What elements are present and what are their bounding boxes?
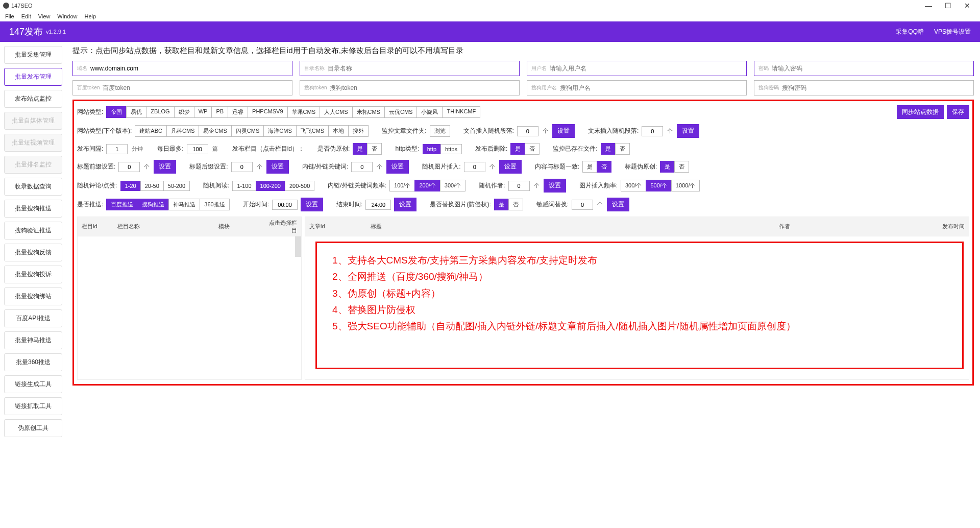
- site-type-12[interactable]: 小旋风: [416, 106, 443, 118]
- site-type-2[interactable]: ZBLOG: [146, 106, 174, 118]
- site-type-next-0[interactable]: 建站ABC: [135, 125, 167, 137]
- head-para-input[interactable]: [517, 126, 538, 136]
- sens-input[interactable]: [572, 200, 593, 210]
- linkkw-input[interactable]: [351, 162, 373, 172]
- sidebar-item-9[interactable]: 批量搜狗反馈: [4, 244, 62, 261]
- delafter-no[interactable]: 否: [525, 143, 540, 155]
- maximize-button[interactable]: ☐: [938, 2, 958, 10]
- end-set[interactable]: 设置: [394, 198, 416, 211]
- site-type-13[interactable]: THINKCMF: [442, 106, 480, 118]
- push-opt-3[interactable]: 360推送: [200, 199, 229, 210]
- site-type-next-2[interactable]: 易企CMS: [199, 125, 231, 137]
- sidebar-item-0[interactable]: 批量采集管理: [4, 46, 62, 64]
- pseudo-yes[interactable]: 是: [353, 143, 368, 155]
- input-dir[interactable]: [328, 65, 515, 72]
- end-time-input[interactable]: [365, 200, 391, 210]
- site-type-next-7[interactable]: 搜外: [348, 125, 369, 137]
- header-link-vps[interactable]: VPS拨号设置: [934, 28, 971, 36]
- site-type-11[interactable]: 云优CMS: [384, 106, 417, 118]
- start-set[interactable]: 设置: [301, 198, 323, 211]
- menu-file[interactable]: File: [2, 12, 17, 20]
- sidebar-item-2[interactable]: 发布站点监控: [4, 90, 62, 108]
- site-type-10[interactable]: 米拓CMS: [352, 106, 385, 118]
- read-opt-2[interactable]: 200-500: [285, 181, 314, 191]
- linkkw-set[interactable]: 设置: [386, 160, 409, 174]
- input-spass[interactable]: [782, 84, 969, 91]
- save-button[interactable]: 保存: [947, 105, 969, 119]
- push-opt-2[interactable]: 神马推送: [168, 199, 200, 210]
- sidebar-item-6[interactable]: 收录数据查询: [4, 178, 62, 196]
- freq-opt-1[interactable]: 200/个: [414, 180, 440, 191]
- titlepseudo-no[interactable]: 否: [674, 161, 689, 173]
- input-pass[interactable]: [772, 65, 969, 72]
- conttitle-yes[interactable]: 是: [582, 161, 597, 173]
- monexist-no[interactable]: 否: [615, 143, 630, 155]
- menu-edit[interactable]: Edit: [18, 12, 34, 20]
- comm-opt-1[interactable]: 20-50: [140, 181, 164, 191]
- menu-help[interactable]: Help: [81, 12, 99, 20]
- sidebar-item-7[interactable]: 批量搜狗推送: [4, 200, 62, 218]
- monexist-yes[interactable]: 是: [601, 143, 616, 155]
- sidebar-item-11[interactable]: 批量搜狗绑站: [4, 287, 62, 305]
- replimg-yes[interactable]: 是: [494, 199, 509, 210]
- start-time-input[interactable]: [272, 200, 298, 210]
- site-type-7[interactable]: PHPCMSV9: [248, 106, 288, 118]
- sens-set[interactable]: 设置: [607, 198, 629, 211]
- sidebar-item-17[interactable]: 伪原创工具: [4, 419, 62, 437]
- push-opt-1[interactable]: 搜狗推送: [137, 199, 169, 210]
- comm-opt-2[interactable]: 50-200: [163, 181, 190, 191]
- tail-para-set[interactable]: 设置: [677, 124, 699, 138]
- titlesuf-input[interactable]: [231, 162, 253, 172]
- pseudo-no[interactable]: 否: [367, 143, 382, 155]
- conttitle-no[interactable]: 否: [597, 161, 611, 173]
- sidebar-item-15[interactable]: 链接生成工具: [4, 375, 62, 393]
- header-link-qq[interactable]: 采集QQ群: [896, 28, 924, 36]
- site-type-3[interactable]: 织梦: [174, 106, 194, 118]
- site-type-6[interactable]: 迅睿: [228, 106, 248, 118]
- sidebar-item-16[interactable]: 链接抓取工具: [4, 397, 62, 415]
- imgfreq-opt-1[interactable]: 500/个: [646, 180, 671, 191]
- sync-button[interactable]: 同步站点数据: [897, 105, 944, 119]
- input-domain[interactable]: [90, 65, 288, 72]
- read-opt-0[interactable]: 1-100: [232, 181, 256, 191]
- close-button[interactable]: ✕: [958, 2, 977, 10]
- dailymax-input[interactable]: [187, 144, 208, 154]
- scrollbar[interactable]: [295, 236, 301, 257]
- site-type-next-3[interactable]: 闪灵CMS: [231, 125, 264, 137]
- site-type-next-5[interactable]: 飞飞CMS: [296, 125, 329, 137]
- sidebar-item-13[interactable]: 批量神马推送: [4, 331, 62, 349]
- input-stoken[interactable]: [330, 84, 515, 91]
- sidebar-item-8[interactable]: 搜狗验证推送: [4, 222, 62, 239]
- randimg-input[interactable]: [464, 162, 485, 172]
- site-type-1[interactable]: 易优: [126, 106, 146, 118]
- site-type-0[interactable]: 帝国: [106, 106, 127, 118]
- freq-opt-2[interactable]: 300/个: [440, 180, 465, 191]
- site-type-5[interactable]: PB: [211, 106, 228, 118]
- replimg-no[interactable]: 否: [508, 199, 523, 210]
- imgfreq-opt-2[interactable]: 1000/个: [671, 180, 700, 191]
- titlepre-input[interactable]: [118, 162, 140, 172]
- site-type-next-1[interactable]: 凡科CMS: [166, 125, 199, 137]
- titlesuf-set[interactable]: 设置: [266, 160, 289, 174]
- randimg-set[interactable]: 设置: [499, 160, 522, 174]
- menu-view[interactable]: View: [35, 12, 54, 20]
- read-opt-1[interactable]: 100-200: [256, 181, 285, 191]
- menu-window[interactable]: Window: [54, 12, 80, 20]
- freq-opt-0[interactable]: 100/个: [389, 180, 415, 191]
- randauthor-input[interactable]: [508, 181, 530, 191]
- delafter-yes[interactable]: 是: [510, 143, 525, 155]
- interval-input[interactable]: [106, 144, 128, 154]
- site-type-4[interactable]: WP: [194, 106, 212, 118]
- https-option[interactable]: https: [440, 144, 462, 154]
- http-option[interactable]: http: [423, 144, 441, 154]
- head-para-set[interactable]: 设置: [552, 124, 575, 138]
- site-type-9[interactable]: 人人CMS: [320, 106, 352, 118]
- titlepseudo-yes[interactable]: 是: [660, 161, 675, 173]
- randauthor-set[interactable]: 设置: [544, 179, 566, 193]
- titlepre-set[interactable]: 设置: [154, 160, 176, 174]
- site-type-8[interactable]: 苹果CMS: [287, 106, 320, 118]
- site-type-next-6[interactable]: 本地: [328, 125, 349, 137]
- input-user[interactable]: [550, 65, 742, 72]
- sidebar-item-12[interactable]: 百度API推送: [4, 309, 62, 327]
- sidebar-item-1[interactable]: 批量发布管理: [4, 68, 62, 86]
